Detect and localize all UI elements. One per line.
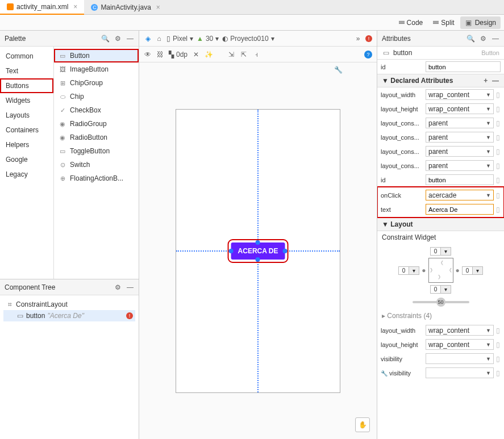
bias-slider[interactable]: 50 (413, 301, 469, 303)
widget-checkbox[interactable]: ✓CheckBox (54, 103, 139, 117)
design-canvas[interactable]: 🔧 ACERCA DE ✋ (139, 62, 377, 439)
split-view-button[interactable]: Split (428, 16, 459, 29)
flag-icon[interactable]: ▯ (496, 119, 501, 127)
cw-left[interactable]: 0▾ (398, 266, 420, 275)
minimize-icon[interactable]: — (126, 35, 134, 43)
cat-common[interactable]: Common (0, 49, 53, 64)
code-view-button[interactable]: Code (394, 16, 428, 29)
tree-button[interactable]: ▭ button "Acerca De" ! (3, 310, 135, 321)
tab-mainactivity[interactable]: C MainActivity.java × (84, 0, 167, 15)
more-icon[interactable]: » (354, 35, 362, 43)
cw-top[interactable]: 0▾ (430, 247, 452, 256)
flag-icon[interactable]: ▯ (496, 105, 501, 113)
minimize-icon[interactable]: — (126, 283, 134, 291)
widget-fab[interactable]: ⊕FloatingActionB... (54, 172, 139, 185)
combo[interactable]: parent▼ (426, 160, 494, 171)
flag-icon[interactable]: ▯ (496, 133, 501, 141)
flag-icon[interactable]: ▯ (496, 191, 501, 199)
gear-icon[interactable]: ⚙ (114, 283, 122, 291)
cw-box[interactable]: 《 》 》 《 (428, 258, 453, 283)
cw-right[interactable]: 0▾ (462, 266, 484, 275)
input[interactable] (426, 174, 494, 185)
widget-togglebutton[interactable]: ▭ToggleButton (54, 144, 139, 158)
close-icon[interactable]: × (73, 3, 77, 11)
wrench-icon[interactable]: 🔧 (334, 66, 343, 74)
widget-chip[interactable]: ⬭Chip (54, 90, 139, 103)
theme-select[interactable]: ◐ Proyecto010 ▾ (222, 35, 274, 43)
device-select[interactable]: ▯ Pixel ▾ (166, 35, 193, 43)
cat-text[interactable]: Text (0, 64, 53, 78)
api-select[interactable]: ▲ 30 ▾ (197, 35, 219, 43)
error-icon[interactable]: ! (365, 35, 372, 42)
flag-icon[interactable]: ▯ (496, 162, 501, 170)
attributes-header: Attributes 🔍 ⚙ — (377, 31, 504, 47)
cat-buttons[interactable]: Buttons (0, 78, 53, 93)
clear-icon[interactable]: ✕ (192, 51, 200, 58)
canvas-button-element[interactable]: ACERCA DE (231, 243, 285, 260)
guides-icon[interactable]: ⫞ (252, 51, 260, 58)
combo[interactable]: ▼ (426, 353, 494, 364)
magnet-icon[interactable]: ⛓ (156, 51, 164, 58)
widget-radiogroup[interactable]: ◉RadioGroup (54, 117, 139, 131)
cat-legacy[interactable]: Legacy (0, 167, 53, 182)
widget-switch[interactable]: ⊙Switch (54, 158, 139, 172)
combo[interactable]: parent▼ (426, 118, 494, 128)
gear-icon[interactable]: ⚙ (479, 35, 487, 43)
cat-layouts[interactable]: Layouts (0, 108, 53, 123)
minimize-icon[interactable]: — (491, 35, 499, 43)
flag-icon[interactable]: ▯ (496, 369, 501, 377)
handle-right[interactable] (282, 249, 287, 253)
combo[interactable]: wrap_content▼ (426, 325, 494, 336)
layout-section[interactable]: ▼ Layout (377, 218, 504, 231)
combo[interactable]: ▼ (426, 367, 494, 378)
error-icon[interactable]: ! (126, 312, 133, 319)
combo[interactable]: wrap_content▼ (426, 339, 494, 350)
id-input[interactable] (426, 61, 501, 72)
tree-root[interactable]: ⌗ ConstraintLayout (3, 299, 135, 310)
combo[interactable]: wrap_content▼ (426, 103, 494, 114)
dp-select[interactable]: ▚ 0dp (169, 51, 188, 58)
search-icon[interactable]: 🔍 (101, 35, 109, 43)
gear-icon[interactable]: ⚙ (114, 35, 122, 43)
widget-chipgroup[interactable]: ⊞ChipGroup (54, 76, 139, 90)
combo[interactable]: wrap_content▼ (426, 89, 494, 100)
close-icon[interactable]: × (156, 3, 160, 11)
cw-bottom[interactable]: 0▾ (430, 285, 452, 294)
align-icon[interactable]: ⇱ (240, 51, 248, 58)
text-input[interactable] (426, 204, 494, 215)
eye-icon[interactable]: 👁 (144, 51, 152, 58)
widget-button[interactable]: ▭Button (54, 49, 139, 62)
plus-icon[interactable]: + (482, 77, 490, 85)
tab-activity-main[interactable]: activity_main.xml × (0, 0, 84, 15)
handle-left[interactable] (229, 249, 234, 253)
combo[interactable]: parent▼ (426, 132, 494, 143)
cat-helpers[interactable]: Helpers (0, 137, 53, 152)
flag-icon[interactable]: ▯ (496, 355, 501, 363)
align-icon[interactable]: ⇲ (227, 51, 235, 58)
flag-icon[interactable]: ▯ (496, 341, 501, 349)
cat-containers[interactable]: Containers (0, 123, 53, 137)
flag-icon[interactable]: ▯ (496, 206, 501, 214)
cat-google[interactable]: Google (0, 152, 53, 167)
widget-radiobutton[interactable]: ◉RadioButton (54, 131, 139, 144)
design-view-button[interactable]: ▣ Design (460, 16, 501, 29)
wand-icon[interactable]: ✨ (205, 51, 213, 58)
handle-top[interactable] (256, 240, 260, 245)
cat-widgets[interactable]: Widgets (0, 93, 53, 108)
pan-tool[interactable]: ✋ (355, 417, 370, 432)
layers-icon[interactable]: ◈ (144, 35, 152, 43)
handle-bottom[interactable] (256, 257, 260, 262)
flag-icon[interactable]: ▯ (496, 327, 501, 335)
declared-section[interactable]: ▼ Declared Attributes + — (377, 74, 504, 87)
onclick-combo[interactable]: acercade▼ (426, 190, 494, 200)
flag-icon[interactable]: ▯ (496, 91, 501, 99)
orientation-icon[interactable]: ⌂ (155, 35, 163, 43)
flag-icon[interactable]: ▯ (496, 176, 501, 184)
help-icon[interactable]: ? (364, 51, 372, 58)
minus-icon[interactable]: — (491, 77, 499, 85)
search-icon[interactable]: 🔍 (466, 35, 474, 43)
constraints-row[interactable]: ▸ Constraints (4) (377, 308, 504, 323)
combo[interactable]: parent▼ (426, 146, 494, 157)
widget-imagebutton[interactable]: 🖼ImageButton (54, 62, 139, 76)
flag-icon[interactable]: ▯ (496, 148, 501, 156)
